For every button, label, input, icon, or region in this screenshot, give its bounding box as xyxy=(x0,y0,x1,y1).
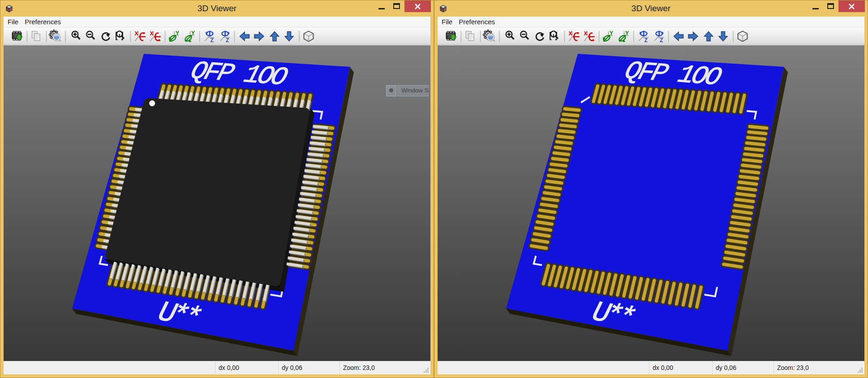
svg-text:Z: Z xyxy=(645,37,648,43)
svg-text:Z: Z xyxy=(660,37,663,43)
svg-text:Z: Z xyxy=(211,37,214,43)
svg-text:X: X xyxy=(584,30,588,37)
svg-text:X: X xyxy=(150,30,154,37)
svg-text:X: X xyxy=(569,30,572,37)
svg-text:Z: Z xyxy=(226,37,229,43)
svg-text:X: X xyxy=(135,30,138,37)
